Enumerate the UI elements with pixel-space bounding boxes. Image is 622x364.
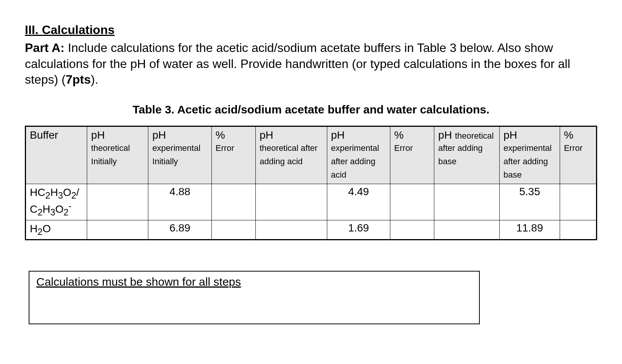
header-sub: theoretical after adding acid xyxy=(260,141,323,168)
part-a-text-2: ). xyxy=(91,73,98,86)
header-ph-exp-base: pH experimental after adding base xyxy=(500,126,560,184)
cell-value xyxy=(560,184,596,220)
header-sub: experimental Initially xyxy=(152,141,207,168)
header-buffer: Buffer xyxy=(26,126,87,184)
header-main: % xyxy=(564,129,592,141)
table-header-row: Buffer pH theoretical Initially pH exper… xyxy=(26,126,597,184)
header-main: pH xyxy=(331,129,386,141)
header-main-pre: pH xyxy=(438,129,455,141)
part-a-paragraph: Part A: Include calculations for the ace… xyxy=(25,40,597,88)
header-main: pH xyxy=(152,129,207,141)
part-a-text-1: Include calculations for the acetic acid… xyxy=(25,41,570,86)
header-main: pH theoretical xyxy=(438,129,495,141)
calculations-box-title: Calculations must be shown for all steps xyxy=(36,275,241,288)
table-body: HC2H3O2/ C2H3O2- 4.88 4.49 5.35 H2O 6.89… xyxy=(26,184,597,240)
header-main: % xyxy=(216,129,252,141)
header-main: pH xyxy=(91,129,144,141)
header-error-2: % Error xyxy=(390,126,434,184)
cell-value: 6.89 xyxy=(148,220,211,240)
header-sub: experimental after adding acid xyxy=(331,141,386,182)
cell-value xyxy=(255,184,327,220)
table-row: H2O 6.89 1.69 11.89 xyxy=(26,220,597,240)
header-main: pH xyxy=(503,129,556,141)
cell-value: 4.49 xyxy=(327,184,390,220)
cell-value xyxy=(211,184,255,220)
cell-value xyxy=(211,220,255,240)
header-ph-exp-init: pH experimental Initially xyxy=(148,126,211,184)
calculations-box: Calculations must be shown for all steps xyxy=(29,271,480,324)
header-sub: experimental after adding base xyxy=(503,141,556,182)
cell-value xyxy=(255,220,327,240)
header-sub: Error xyxy=(564,141,592,155)
header-main: % xyxy=(394,129,430,141)
header-main: Buffer xyxy=(30,129,83,141)
header-sub: Error xyxy=(216,141,252,155)
header-error-3: % Error xyxy=(560,126,596,184)
cell-value xyxy=(390,220,434,240)
cell-value xyxy=(87,184,148,220)
header-sub: after adding base xyxy=(438,141,495,168)
cell-value xyxy=(434,184,500,220)
cell-value: 11.89 xyxy=(500,220,560,240)
header-ph-theo-base: pH theoretical after adding base xyxy=(434,126,500,184)
cell-buffer: HC2H3O2/ C2H3O2- xyxy=(26,184,87,220)
cell-value xyxy=(560,220,596,240)
header-main-subscript: theoretical xyxy=(455,131,494,141)
cell-value xyxy=(434,220,500,240)
cell-value: 4.88 xyxy=(148,184,211,220)
section-heading: III. Calculations xyxy=(25,23,597,37)
table-caption: Table 3. Acetic acid/sodium acetate buff… xyxy=(101,103,521,116)
part-a-label: Part A: xyxy=(25,41,65,55)
header-main: pH xyxy=(260,129,323,141)
header-ph-exp-acid: pH experimental after adding acid xyxy=(327,126,390,184)
table-row: HC2H3O2/ C2H3O2- 4.88 4.49 5.35 xyxy=(26,184,597,220)
cell-value xyxy=(87,220,148,240)
header-ph-theo-acid: pH theoretical after adding acid xyxy=(255,126,327,184)
header-ph-theo-init: pH theoretical Initially xyxy=(87,126,148,184)
header-sub: theoretical Initially xyxy=(91,141,144,168)
header-error-1: % Error xyxy=(211,126,255,184)
part-a-points: 7pts xyxy=(66,73,91,86)
cell-value: 5.35 xyxy=(500,184,560,220)
cell-buffer: H2O xyxy=(26,220,87,240)
cell-value xyxy=(390,184,434,220)
header-sub: Error xyxy=(394,141,430,155)
buffer-table: Buffer pH theoretical Initially pH exper… xyxy=(25,126,597,241)
cell-value: 1.69 xyxy=(327,220,390,240)
